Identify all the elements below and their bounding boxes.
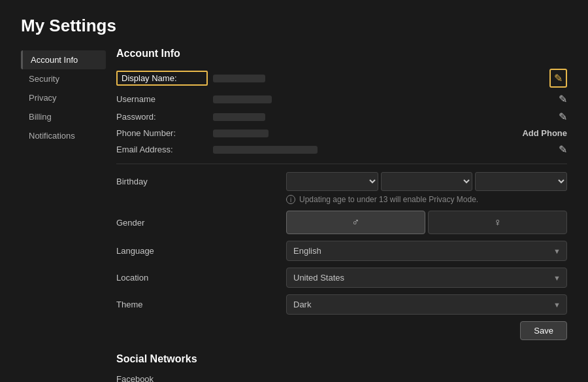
username-row: Username ✎ <box>116 93 567 105</box>
account-info-section-title: Account Info <box>116 48 567 60</box>
save-button[interactable]: Save <box>520 321 567 340</box>
password-edit-icon[interactable]: ✎ <box>559 111 567 123</box>
birthday-day-select[interactable] <box>381 172 473 191</box>
birthday-year-select[interactable] <box>475 172 567 191</box>
email-row: Email Address: ✎ <box>116 143 567 156</box>
display-name-row: Display Name: ✎ <box>116 69 567 88</box>
display-name-label: Display Name: <box>116 71 208 86</box>
phone-row: Phone Number: Add Phone <box>116 128 567 138</box>
password-label: Password: <box>116 112 208 122</box>
birthday-row: Birthday <box>116 172 567 191</box>
username-value <box>213 95 272 103</box>
theme-select-wrapper: Dark Light ▼ <box>286 294 567 315</box>
sidebar-item-account-info[interactable]: Account Info <box>21 50 106 69</box>
divider-1 <box>116 164 567 164</box>
theme-select[interactable]: Dark Light <box>286 294 567 315</box>
sidebar-item-notifications[interactable]: Notifications <box>21 126 106 145</box>
page-title: My Settings <box>21 16 567 36</box>
phone-label: Phone Number: <box>116 128 208 138</box>
age-warning: i Updating age to under 13 will enable P… <box>286 195 567 204</box>
location-select-wrapper: United States United Kingdom Canada ▼ <box>286 268 567 288</box>
add-phone-button[interactable]: Add Phone <box>522 128 567 138</box>
age-warning-text: Updating age to under 13 will enable Pri… <box>299 195 478 204</box>
birthday-month-select[interactable] <box>286 172 378 191</box>
birthday-inputs <box>286 172 567 191</box>
gender-label: Gender <box>116 218 286 228</box>
info-circle-icon: i <box>286 195 295 204</box>
language-select-wrapper: English Spanish French ▼ <box>286 241 567 261</box>
save-row: Save <box>116 321 567 340</box>
birthday-label: Birthday <box>116 177 286 186</box>
location-select[interactable]: United States United Kingdom Canada <box>286 268 567 288</box>
sidebar-item-privacy[interactable]: Privacy <box>21 88 106 107</box>
gender-buttons: ♂ ♀ <box>286 211 567 234</box>
location-label: Location <box>116 273 286 283</box>
facebook-label: Facebook <box>116 374 567 382</box>
phone-value <box>213 130 269 137</box>
email-edit-icon[interactable]: ✎ <box>559 143 567 156</box>
gender-female-button[interactable]: ♀ <box>428 211 567 234</box>
password-value <box>213 113 265 121</box>
email-value <box>213 146 318 154</box>
sidebar-item-security[interactable]: Security <box>21 69 106 88</box>
display-name-edit-icon[interactable]: ✎ <box>549 69 567 88</box>
language-row: Language English Spanish French ▼ <box>116 241 567 261</box>
password-row: Password: ✎ <box>116 111 567 123</box>
gender-male-button[interactable]: ♂ <box>286 211 425 234</box>
theme-row: Theme Dark Light ▼ <box>116 294 567 315</box>
username-edit-icon[interactable]: ✎ <box>559 93 567 105</box>
email-label: Email Address: <box>116 145 208 154</box>
language-select[interactable]: English Spanish French <box>286 241 567 261</box>
facebook-section: Facebook <box>116 374 567 382</box>
language-label: Language <box>116 246 286 256</box>
social-networks-section: Social Networks Facebook Twitter YouTube <box>116 353 567 382</box>
theme-label: Theme <box>116 300 286 309</box>
display-name-value <box>213 75 265 82</box>
sidebar: Account Info Security Privacy Billing No… <box>21 48 106 382</box>
social-networks-title: Social Networks <box>116 353 567 365</box>
gender-row: Gender ♂ ♀ <box>116 211 567 234</box>
main-content: Account Info Display Name: ✎ Username ✎ … <box>106 48 567 382</box>
location-row: Location United States United Kingdom Ca… <box>116 268 567 288</box>
username-label: Username <box>116 94 208 104</box>
sidebar-item-billing[interactable]: Billing <box>21 107 106 126</box>
